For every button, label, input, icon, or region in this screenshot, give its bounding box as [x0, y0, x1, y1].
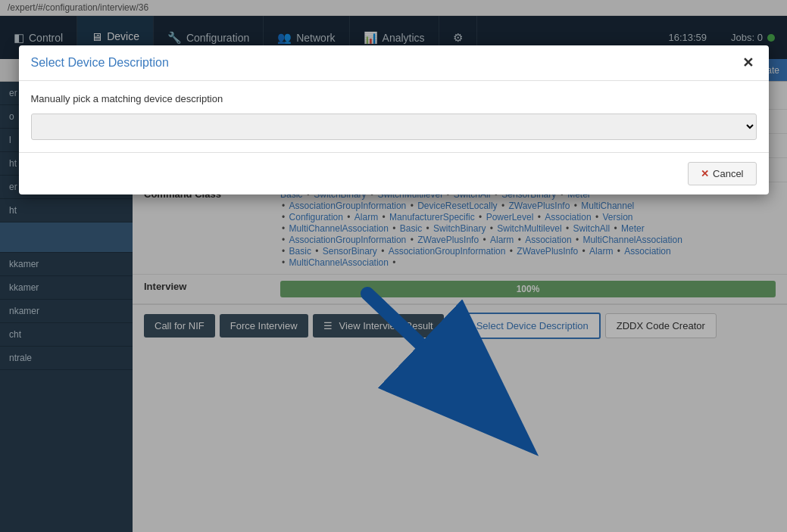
- modal-close-button[interactable]: ✕: [739, 54, 757, 71]
- modal-description: Manually pick a matching device descript…: [31, 93, 757, 104]
- modal-footer: ✕ Cancel: [19, 152, 769, 194]
- device-description-select[interactable]: [31, 114, 757, 140]
- cancel-button[interactable]: ✕ Cancel: [688, 162, 756, 185]
- cancel-x-icon: ✕: [701, 168, 709, 179]
- modal-body: Manually pick a matching device descript…: [19, 81, 769, 152]
- select-device-description-modal: Select Device Description ✕ Manually pic…: [19, 45, 769, 194]
- modal-overlay: Select Device Description ✕ Manually pic…: [0, 0, 787, 532]
- modal-header: Select Device Description ✕: [19, 45, 769, 81]
- modal-title: Select Device Description: [31, 56, 169, 70]
